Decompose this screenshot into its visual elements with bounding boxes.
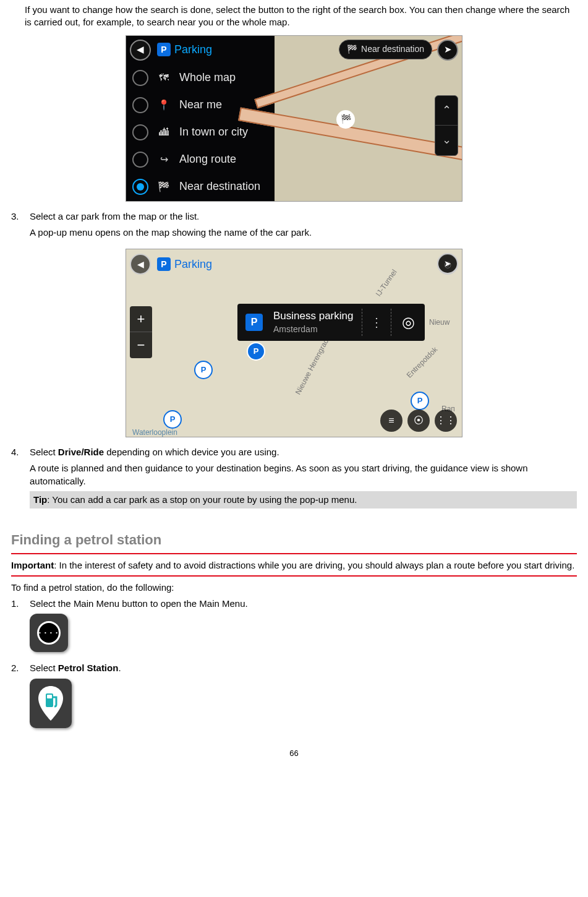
popup-drive-button[interactable]: ◎	[391, 312, 425, 332]
plus-icon: +	[137, 310, 145, 328]
menu-item-near-destination[interactable]: 🏁 Near destination	[126, 173, 343, 200]
compass-icon: ➤	[444, 43, 452, 56]
zoom-control: + −	[130, 306, 152, 358]
petrol-station-icon	[30, 679, 72, 728]
kebab-menu-icon: ⋮	[370, 314, 383, 331]
parking-pin-selected-icon[interactable]: P	[247, 342, 265, 361]
radio-unselected-icon	[132, 152, 148, 168]
important-label: Important	[11, 560, 54, 570]
back-button[interactable]: ◀	[130, 40, 151, 61]
back-button[interactable]: ◀	[130, 254, 151, 275]
list-number: 1.	[11, 598, 30, 658]
search-field-text: Parking	[174, 42, 212, 57]
parking-icon: P	[157, 43, 171, 56]
list-number: 2.	[11, 662, 30, 734]
tip-text: : You can add a car park as a stop on yo…	[47, 494, 357, 505]
scroll-down-button[interactable]: ⌄	[435, 126, 458, 155]
flag-icon: 🏁	[157, 180, 171, 194]
search-scope-label: Near destination	[361, 43, 424, 55]
scroll-control: ⌃ ⌄	[435, 95, 458, 156]
map-icon: 🗺	[157, 71, 171, 85]
list-number: 3.	[11, 210, 30, 243]
route-icon: ↪	[157, 153, 171, 166]
street-label: Waterlooplein	[132, 427, 177, 437]
dots-icon: • • • •	[39, 630, 59, 637]
step-text: Select a car park from the map or the li…	[30, 210, 577, 223]
menu-item-near-me[interactable]: 📍 Near me	[126, 92, 343, 119]
location-icon: 📍	[157, 98, 171, 112]
chevron-down-icon: ⌄	[442, 132, 451, 147]
grid-icon: ⋮⋮	[436, 414, 456, 427]
popup-title: Business parking	[273, 309, 353, 324]
petrol-intro: To find a petrol station, do the followi…	[11, 582, 577, 594]
step-text: Select Petrol Station.	[30, 662, 577, 674]
location-popup: P Business parking Amsterdam ⋮ ◎	[237, 304, 425, 341]
parking-pin-icon[interactable]: P	[163, 410, 182, 429]
menu-button[interactable]: ⋮⋮	[435, 410, 457, 432]
radio-selected-icon	[132, 179, 148, 195]
search-scope-pill[interactable]: 🏁 Near destination	[339, 40, 432, 59]
menu-item-whole-map[interactable]: 🗺 Whole map	[126, 64, 343, 92]
step-text: Select the Main Menu button to open the …	[30, 598, 577, 610]
figure-search-options: 🏁 ◀ P Parking 🏁 Near destination ➤ 🗺 Who…	[126, 35, 462, 202]
important-note: Important: In the interest of safety and…	[11, 559, 577, 572]
important-text: : In the interest of safety and to avoid…	[54, 560, 574, 570]
tip-label: Tip	[33, 494, 47, 505]
main-menu-button-icon: • • • •	[30, 614, 68, 652]
menu-item-label: Whole map	[179, 70, 236, 85]
menu-item-label: Near destination	[179, 179, 260, 194]
popup-subtitle: Amsterdam	[273, 324, 353, 335]
section-divider	[11, 575, 577, 577]
search-field-text: Parking	[174, 257, 212, 272]
step-text: A route is planned and then guidance to …	[30, 462, 577, 487]
radio-unselected-icon	[132, 70, 148, 86]
menu-item-label: Along route	[179, 152, 236, 166]
radio-unselected-icon	[132, 124, 148, 140]
parking-icon: P	[157, 257, 171, 271]
step-text: A pop-up menu opens on the map showing t…	[30, 226, 577, 239]
recenter-button[interactable]: ⦿	[407, 410, 430, 432]
bold-term: Drive/Ride	[58, 447, 104, 457]
search-field[interactable]: P Parking	[157, 257, 212, 272]
chevron-left-icon: ◀	[137, 43, 144, 56]
step-text: Select Drive/Ride depending on which dev…	[30, 446, 577, 458]
list-number: 4.	[11, 446, 30, 516]
compass-icon: ➤	[444, 258, 451, 270]
list-icon: ≡	[388, 414, 394, 427]
steering-wheel-icon: ◎	[402, 312, 415, 332]
chevron-left-icon: ◀	[137, 259, 144, 270]
menu-item-label: In town or city	[179, 124, 248, 139]
section-divider	[11, 553, 577, 554]
compass-button[interactable]: ➤	[437, 40, 458, 61]
street-label: Entrepotdok	[404, 345, 440, 380]
flag-icon: 🏁	[347, 43, 357, 55]
list-view-button[interactable]: ≡	[380, 410, 403, 432]
parking-pin-icon[interactable]: P	[194, 361, 213, 379]
chevron-up-icon: ⌃	[442, 103, 451, 118]
menu-item-along-route[interactable]: ↪ Along route	[126, 146, 343, 173]
page-number: 66	[11, 748, 577, 759]
target-icon: ⦿	[414, 414, 424, 427]
intro-paragraph: If you want to change how the search is …	[25, 4, 577, 29]
compass-button[interactable]: ➤	[437, 253, 458, 274]
zoom-out-button[interactable]: −	[130, 332, 152, 358]
popup-more-button[interactable]: ⋮	[362, 314, 391, 331]
figure-map-popup: ◀ P Parking ◎ ➤ + − Nieuwe Herengracht I…	[126, 249, 462, 437]
zoom-in-button[interactable]: +	[130, 306, 152, 332]
minus-icon: −	[137, 336, 145, 354]
city-icon: 🏙	[157, 126, 171, 139]
menu-item-in-town[interactable]: 🏙 In town or city	[126, 119, 343, 146]
tip-box: Tip: You can add a car park as a stop on…	[30, 491, 577, 509]
menu-item-label: Near me	[179, 97, 222, 112]
svg-rect-1	[47, 695, 52, 698]
parking-pin-icon[interactable]: P	[411, 392, 429, 410]
section-heading: Finding a petrol station	[11, 531, 577, 549]
popup-category-icon: P	[237, 314, 271, 331]
bold-term: Petrol Station	[58, 663, 119, 673]
radio-unselected-icon	[132, 97, 148, 113]
street-label: Nieuwe Herengracht	[293, 332, 334, 396]
street-label: Nieuw	[429, 317, 450, 327]
search-scope-menu: 🗺 Whole map 📍 Near me 🏙 In town or city …	[126, 64, 343, 200]
scroll-up-button[interactable]: ⌃	[435, 96, 458, 126]
